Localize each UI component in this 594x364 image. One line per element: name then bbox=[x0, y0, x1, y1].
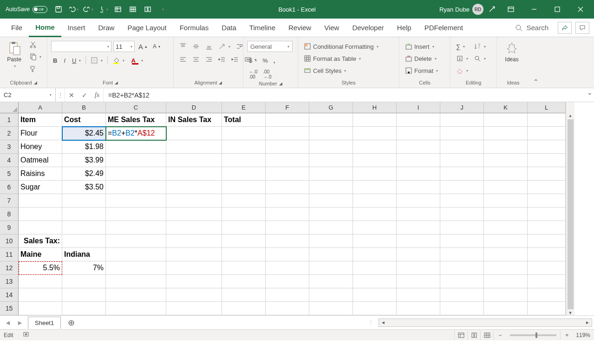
cell[interactable] bbox=[484, 221, 528, 234]
expand-formula-bar[interactable]: ⌄ bbox=[585, 88, 594, 97]
cell[interactable] bbox=[484, 194, 528, 208]
cell[interactable] bbox=[397, 234, 440, 248]
cell[interactable] bbox=[484, 288, 528, 302]
cell[interactable] bbox=[484, 234, 528, 248]
zoom-in-button[interactable]: + bbox=[560, 331, 573, 340]
cell[interactable] bbox=[528, 275, 566, 288]
touch-mode-icon[interactable]: ▾ bbox=[97, 3, 110, 16]
row-head[interactable]: 8 bbox=[0, 208, 19, 221]
cell[interactable]: Maine bbox=[19, 248, 62, 261]
cell[interactable] bbox=[484, 181, 528, 194]
cell[interactable]: $3.99 bbox=[62, 154, 106, 167]
cell-c2-editing[interactable]: =B2+B2*A$12 bbox=[106, 127, 166, 140]
cell[interactable] bbox=[484, 127, 528, 140]
cell[interactable] bbox=[528, 234, 566, 248]
cell[interactable] bbox=[222, 234, 266, 248]
tab-insert[interactable]: Insert bbox=[61, 19, 92, 37]
cell[interactable]: Cost bbox=[62, 113, 106, 127]
cell[interactable] bbox=[106, 288, 166, 302]
cell[interactable] bbox=[166, 154, 222, 167]
cell[interactable] bbox=[166, 208, 222, 221]
comma-format-button[interactable]: , bbox=[272, 55, 277, 66]
zoom-level[interactable]: 119% bbox=[576, 332, 590, 338]
increase-font-button[interactable]: A▴ bbox=[137, 41, 149, 52]
col-head[interactable]: I bbox=[397, 102, 440, 113]
row-head[interactable]: 12 bbox=[0, 261, 19, 275]
cell[interactable] bbox=[266, 140, 309, 154]
cell[interactable] bbox=[222, 140, 266, 154]
cell[interactable] bbox=[397, 154, 440, 167]
cell[interactable] bbox=[440, 167, 484, 181]
cell[interactable] bbox=[106, 234, 166, 248]
cell[interactable] bbox=[222, 261, 266, 275]
col-head[interactable]: F bbox=[266, 102, 309, 113]
cell[interactable] bbox=[266, 234, 309, 248]
cell[interactable] bbox=[353, 113, 397, 127]
col-head[interactable]: A bbox=[19, 102, 62, 113]
cell[interactable] bbox=[62, 194, 106, 208]
align-right-button[interactable] bbox=[203, 54, 215, 65]
row-head[interactable]: 11 bbox=[0, 248, 19, 261]
cell[interactable] bbox=[484, 113, 528, 127]
add-sheet-button[interactable]: ⊕ bbox=[65, 317, 77, 328]
cell[interactable] bbox=[222, 221, 266, 234]
cell[interactable] bbox=[484, 140, 528, 154]
cell[interactable] bbox=[62, 302, 106, 315]
tab-home[interactable]: Home bbox=[29, 19, 61, 37]
row-head[interactable]: 10 bbox=[0, 234, 19, 248]
cell[interactable] bbox=[528, 248, 566, 261]
align-bottom-button[interactable] bbox=[203, 41, 215, 52]
coming-soon-icon[interactable] bbox=[485, 3, 498, 16]
cell[interactable] bbox=[528, 127, 566, 140]
cell[interactable] bbox=[309, 221, 353, 234]
cell[interactable] bbox=[309, 248, 353, 261]
copy-button[interactable]: ▾ bbox=[27, 51, 43, 62]
minimize-button[interactable] bbox=[523, 2, 545, 17]
row-head[interactable]: 14 bbox=[0, 288, 19, 302]
paste-button[interactable]: Paste▾ bbox=[4, 39, 25, 69]
ideas-button[interactable]: Ideas bbox=[501, 39, 523, 63]
percent-format-button[interactable]: % bbox=[261, 55, 270, 66]
align-top-button[interactable] bbox=[177, 41, 189, 52]
cell[interactable] bbox=[222, 127, 266, 140]
row-head[interactable]: 2 bbox=[0, 127, 19, 140]
cell[interactable] bbox=[440, 288, 484, 302]
cell[interactable] bbox=[222, 208, 266, 221]
col-head[interactable]: G bbox=[309, 102, 353, 113]
cell[interactable] bbox=[353, 302, 397, 315]
tab-help[interactable]: Help bbox=[391, 19, 418, 37]
vertical-scrollbar[interactable]: ▲ ▼ bbox=[566, 102, 574, 315]
cell[interactable] bbox=[397, 167, 440, 181]
cell[interactable]: ME Sales Tax bbox=[106, 113, 166, 127]
cell[interactable] bbox=[222, 154, 266, 167]
tab-file[interactable]: File bbox=[5, 19, 29, 37]
name-box[interactable]: C2▾ bbox=[0, 88, 56, 102]
cell[interactable] bbox=[266, 261, 309, 275]
cell[interactable] bbox=[397, 221, 440, 234]
find-select-button[interactable]: ▾ bbox=[472, 53, 488, 64]
align-middle-button[interactable] bbox=[190, 41, 202, 52]
macro-record-icon[interactable] bbox=[23, 331, 29, 339]
redo-icon[interactable]: ▾ bbox=[82, 3, 95, 16]
cell[interactable] bbox=[397, 261, 440, 275]
name-box-expand[interactable]: ⋮ bbox=[56, 88, 65, 102]
cell[interactable] bbox=[309, 154, 353, 167]
increase-indent-button[interactable] bbox=[229, 54, 241, 65]
cell[interactable] bbox=[528, 140, 566, 154]
row-head[interactable]: 1 bbox=[0, 113, 19, 127]
row-head[interactable]: 3 bbox=[0, 140, 19, 154]
cell[interactable]: $3.50 bbox=[62, 181, 106, 194]
borders-button[interactable]: ▾ bbox=[89, 55, 104, 66]
cell[interactable] bbox=[309, 194, 353, 208]
cell[interactable] bbox=[309, 288, 353, 302]
row-head[interactable]: 6 bbox=[0, 181, 19, 194]
cell[interactable] bbox=[397, 275, 440, 288]
cell[interactable] bbox=[397, 194, 440, 208]
row-head[interactable]: 5 bbox=[0, 167, 19, 181]
cell[interactable] bbox=[440, 234, 484, 248]
cell[interactable] bbox=[397, 127, 440, 140]
col-head[interactable]: B bbox=[62, 102, 106, 113]
font-name-select[interactable]: ▾ bbox=[51, 41, 111, 52]
tab-formulas[interactable]: Formulas bbox=[173, 19, 215, 37]
italic-button[interactable]: I bbox=[62, 55, 67, 66]
